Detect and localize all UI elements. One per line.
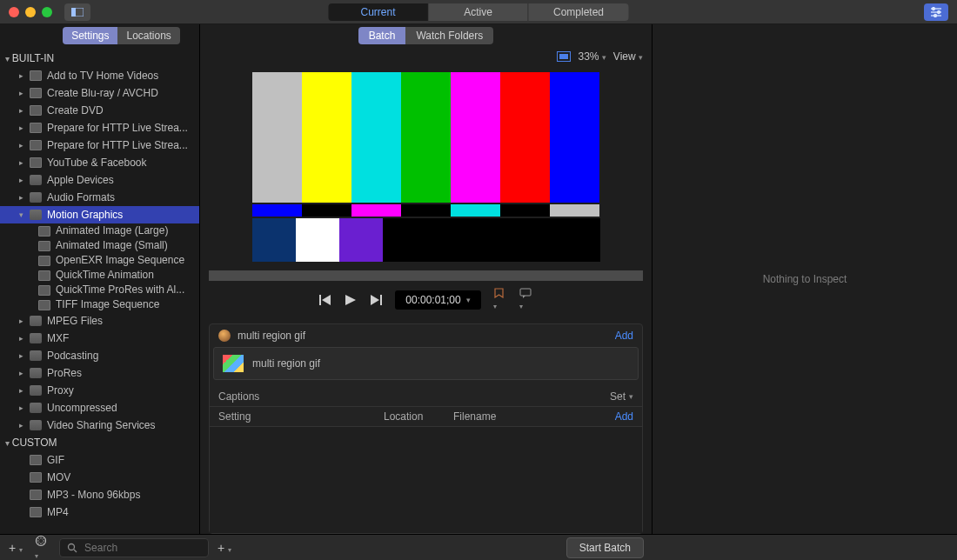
tree-item[interactable]: GIF (0, 451, 199, 469)
maximize-icon[interactable] (42, 7, 52, 17)
disclosure-closed-icon[interactable]: ▸ (17, 138, 24, 152)
svg-rect-1 (71, 8, 76, 17)
tree-item[interactable]: ▸Video Sharing Services (0, 417, 199, 434)
tree-item[interactable]: MP3 - Mono 96kbps (0, 486, 199, 503)
action-menu-button[interactable]: ▾ (35, 535, 47, 561)
sliders-icon (930, 7, 942, 17)
tree-item[interactable]: MOV (0, 469, 199, 486)
batch-add-button[interactable]: Add (615, 330, 633, 342)
tree-item[interactable]: ▸Podcasting (0, 347, 199, 364)
tree-section-header[interactable]: BUILT-IN (0, 50, 199, 67)
disclosure-closed-icon[interactable]: ▸ (17, 121, 24, 135)
tree-item-label: YouTube & Facebook (47, 156, 147, 170)
sidebar-tab-settings[interactable]: Settings (63, 27, 117, 44)
disclosure-closed-icon[interactable]: ▸ (17, 366, 24, 380)
page-icon (30, 157, 42, 168)
tree-subitem[interactable]: Animated Image (Small) (0, 238, 199, 253)
tree-item[interactable]: ▸Create DVD (0, 102, 199, 119)
tree-item-label: Prepare for HTTP Live Strea... (47, 138, 188, 152)
tree-subitem-label: OpenEXR Image Sequence (56, 253, 184, 268)
main-area: Settings Locations BUILT-IN▸Add to TV Ho… (0, 24, 957, 534)
tree-item[interactable]: ▸Prepare for HTTP Live Strea... (0, 137, 199, 154)
tab-current[interactable]: Current (329, 3, 429, 21)
tab-completed[interactable]: Completed (529, 3, 629, 21)
disclosure-closed-icon[interactable]: ▸ (17, 418, 24, 432)
tree-subitem[interactable]: TIFF Image Sequence (0, 297, 199, 312)
tree-subitem[interactable]: Animated Image (Large) (0, 223, 199, 238)
search-field[interactable] (59, 538, 209, 557)
inspector-toggle-button[interactable] (924, 3, 948, 21)
folder-icon (30, 192, 42, 203)
comment-button[interactable]: ▾ (519, 288, 533, 311)
batch-add-bottom-button[interactable]: + ▾ (218, 541, 231, 555)
add-button[interactable]: + ▾ (9, 541, 23, 555)
disclosure-closed-icon[interactable]: ▸ (17, 173, 24, 187)
sidebar: Settings Locations BUILT-IN▸Add to TV Ho… (0, 24, 200, 534)
tree-item[interactable]: ▸Uncompressed (0, 399, 199, 417)
disclosure-closed-icon[interactable]: ▸ (17, 103, 24, 117)
next-button[interactable] (369, 294, 383, 306)
tree-item-label: Create DVD (47, 103, 104, 117)
prev-button[interactable] (318, 294, 332, 306)
timecode-display[interactable]: 00:00:01;00▾ (395, 290, 480, 310)
tree-subitem-label: QuickTime Animation (56, 268, 154, 283)
fit-icon[interactable] (557, 51, 571, 62)
start-batch-button[interactable]: Start Batch (566, 537, 644, 558)
disclosure-closed-icon[interactable]: ▸ (17, 190, 24, 204)
tree-item[interactable]: ▾Motion Graphics (0, 206, 199, 223)
view-menu[interactable]: View ▾ (613, 50, 643, 63)
close-icon[interactable] (9, 7, 19, 17)
captions-set-menu[interactable]: Set▾ (610, 390, 633, 403)
zoom-percent[interactable]: 33% ▾ (578, 50, 606, 63)
tree-subitem[interactable]: QuickTime ProRes with Al... (0, 283, 199, 297)
marker-button[interactable]: ▾ (493, 288, 507, 311)
tree-item[interactable]: MP4 (0, 503, 199, 521)
disclosure-closed-icon[interactable]: ▸ (17, 156, 24, 170)
batch-captions-row: Captions Set▾ (210, 385, 642, 407)
tree-item[interactable]: ▸MXF (0, 330, 199, 347)
tree-item-label: Proxy (47, 383, 74, 397)
page-icon (30, 123, 42, 133)
disclosure-closed-icon[interactable]: ▸ (17, 349, 24, 363)
doc-icon (30, 507, 42, 517)
tab-active[interactable]: Active (429, 3, 529, 21)
disclosure-closed-icon[interactable]: ▸ (17, 331, 24, 345)
search-input[interactable] (83, 541, 187, 555)
toggle-sidebar-button[interactable] (64, 3, 90, 21)
tree-item[interactable]: ▸YouTube & Facebook (0, 154, 199, 171)
tree-item[interactable]: ▸MPEG Files (0, 312, 199, 330)
center-tab-batch[interactable]: Batch (358, 27, 406, 44)
tree-subitem[interactable]: OpenEXR Image Sequence (0, 253, 199, 268)
sidebar-tab-locations[interactable]: Locations (117, 27, 179, 44)
tree-subitem[interactable]: QuickTime Animation (0, 268, 199, 283)
disclosure-closed-icon[interactable]: ▸ (17, 69, 24, 83)
page-icon (30, 140, 42, 150)
tree-item[interactable]: ▸Add to TV Home Videos (0, 67, 199, 84)
play-button[interactable] (345, 294, 357, 306)
disclosure-closed-icon[interactable]: ▸ (17, 314, 24, 328)
batch-row-add-button[interactable]: Add (615, 410, 633, 423)
disclosure-closed-icon[interactable]: ▸ (17, 383, 24, 397)
page-icon (30, 105, 42, 116)
batch-job-row[interactable]: multi region gif (213, 347, 639, 380)
tree-item[interactable]: ▸Prepare for HTTP Live Strea... (0, 119, 199, 137)
settings-tree[interactable]: BUILT-IN▸Add to TV Home Videos▸Create Bl… (0, 50, 199, 534)
tree-item[interactable]: ▸Apple Devices (0, 171, 199, 189)
minimize-icon[interactable] (25, 7, 36, 17)
preview-canvas (252, 72, 600, 262)
tree-item[interactable]: ▸Audio Formats (0, 189, 199, 206)
tree-item[interactable]: ▸Create Blu-ray / AVCHD (0, 84, 199, 102)
svg-point-7 (934, 14, 937, 17)
tree-item[interactable]: ▸Proxy (0, 382, 199, 399)
svg-marker-12 (345, 295, 356, 305)
doc-icon (38, 256, 50, 266)
disclosure-closed-icon[interactable]: ▸ (17, 401, 24, 415)
tree-section-header[interactable]: CUSTOM (0, 434, 199, 451)
tree-item-label: MOV (47, 470, 70, 484)
center-tab-watch-folders[interactable]: Watch Folders (405, 27, 493, 44)
disclosure-closed-icon[interactable]: ▸ (17, 86, 24, 100)
svg-point-18 (69, 543, 75, 550)
timeline-scrubber[interactable] (209, 270, 643, 281)
disclosure-open-icon[interactable]: ▾ (17, 208, 24, 222)
tree-item[interactable]: ▸ProRes (0, 364, 199, 382)
